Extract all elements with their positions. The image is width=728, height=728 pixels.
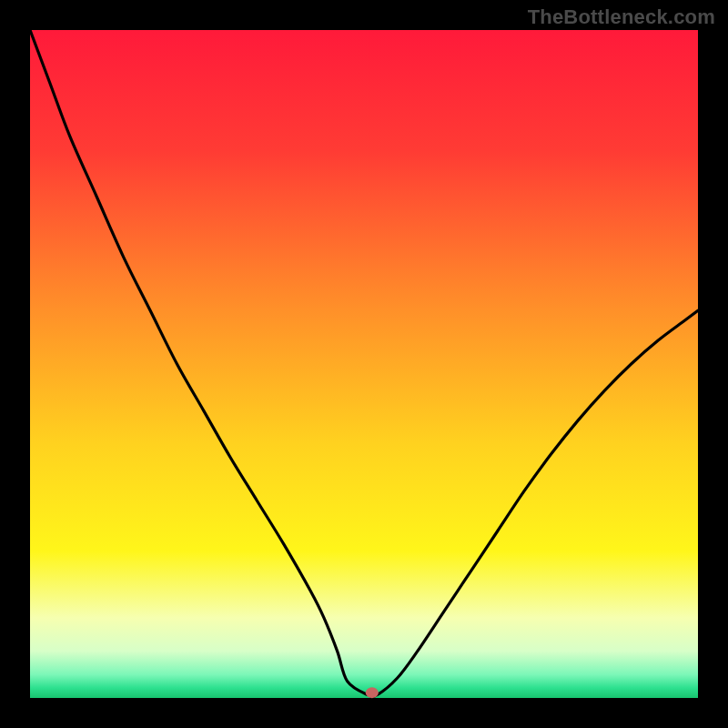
- watermark-text: TheBottleneck.com: [528, 5, 715, 29]
- chart-frame: { "watermark": "TheBottleneck.com", "col…: [0, 0, 728, 728]
- gradient-background: [30, 30, 698, 698]
- optimal-point-marker: [366, 687, 379, 698]
- bottleneck-chart: [0, 0, 728, 728]
